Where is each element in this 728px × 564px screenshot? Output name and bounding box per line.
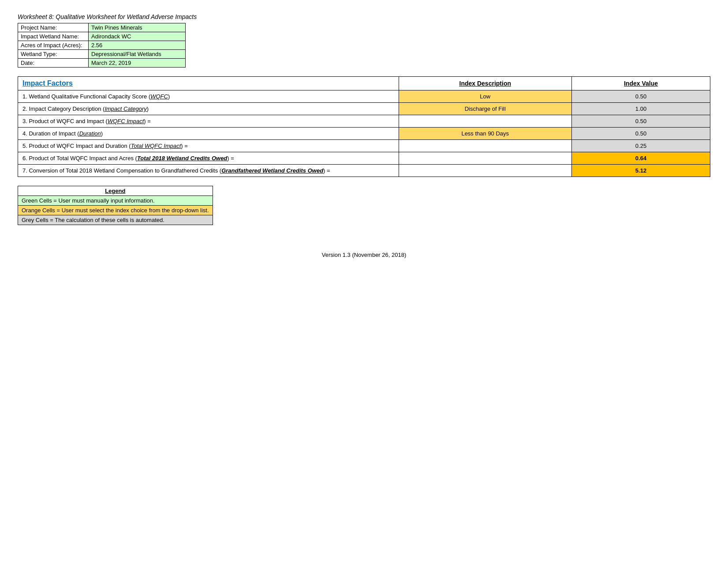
factor-row: 5. Product of WQFC Impact and Duration (… [18,140,710,152]
legend-item: Orange Cells = User must select the inde… [18,206,213,215]
index-value-cell: 0.64 [572,152,710,165]
factor-row: 1. Wetland Qualitative Functional Capaci… [18,90,710,103]
index-description-header: Index Description [399,77,572,90]
impact-factors-header: Impact Factors [18,77,399,90]
legend-item-cell: Grey Cells = The calculation of these ce… [18,215,213,225]
factor-cell: 1. Wetland Qualitative Functional Capaci… [18,90,399,103]
legend-item: Grey Cells = The calculation of these ce… [18,215,213,225]
legend-item-cell: Green Cells = User must manually input i… [18,196,213,206]
index-desc-cell [399,115,572,128]
info-value: 2.56 [89,41,186,50]
info-value: Twin Pines Minerals [89,23,186,32]
info-value: Adirondack WC [89,32,186,41]
info-row: Date:March 22, 2019 [18,59,186,68]
info-label: Acres of Impact (Acres): [18,41,89,50]
index-desc-cell: Less than 90 Days [399,128,572,140]
legend-table: LegendGreen Cells = User must manually i… [18,186,213,225]
index-value-header: Index Value [572,77,710,90]
factor-row: 7. Conversion of Total 2018 Wetland Comp… [18,165,710,177]
main-table: Impact Factors Index Description Index V… [18,76,710,177]
index-value-cell: 0.50 [572,128,710,140]
factor-row: 4. Duration of Impact (Duration)Less tha… [18,128,710,140]
factor-cell: 6. Product of Total WQFC Impact and Acre… [18,152,399,165]
info-label: Wetland Type: [18,50,89,59]
legend-item-cell: Orange Cells = User must select the inde… [18,206,213,215]
info-label: Project Name: [18,23,89,32]
factor-row: 2. Impact Category Description (Impact C… [18,103,710,115]
index-value-cell: 0.25 [572,140,710,152]
legend-item: Green Cells = User must manually input i… [18,196,213,206]
factor-row: 3. Product of WQFC and Impact (WQFC Impa… [18,115,710,128]
index-desc-cell [399,165,572,177]
index-desc-cell [399,140,572,152]
info-row: Acres of Impact (Acres):2.56 [18,41,186,50]
factor-cell: 3. Product of WQFC and Impact (WQFC Impa… [18,115,399,128]
factor-cell: 7. Conversion of Total 2018 Wetland Comp… [18,165,399,177]
index-value-cell: 1.00 [572,103,710,115]
factor-cell: 5. Product of WQFC Impact and Duration (… [18,140,399,152]
factor-cell: 2. Impact Category Description (Impact C… [18,103,399,115]
worksheet-title: Worksheet 8: Qualitative Worksheet for W… [18,13,710,20]
info-value: March 22, 2019 [89,59,186,68]
info-row: Project Name:Twin Pines Minerals [18,23,186,32]
index-value-cell: 5.12 [572,165,710,177]
factor-row: 6. Product of Total WQFC Impact and Acre… [18,152,710,165]
index-desc-cell: Discharge of Fill [399,103,572,115]
factor-cell: 4. Duration of Impact (Duration) [18,128,399,140]
info-value: Depressional/Flat Wetlands [89,50,186,59]
index-desc-cell: Low [399,90,572,103]
footer: Version 1.3 (November 26, 2018) [18,252,710,258]
legend-title: Legend [18,186,213,196]
index-desc-cell [399,152,572,165]
info-label: Date: [18,59,89,68]
info-row: Wetland Type:Depressional/Flat Wetlands [18,50,186,59]
info-row: Impact Wetland Name:Adirondack WC [18,32,186,41]
info-table: Project Name:Twin Pines MineralsImpact W… [18,23,186,68]
index-value-cell: 0.50 [572,90,710,103]
index-value-cell: 0.50 [572,115,710,128]
info-label: Impact Wetland Name: [18,32,89,41]
